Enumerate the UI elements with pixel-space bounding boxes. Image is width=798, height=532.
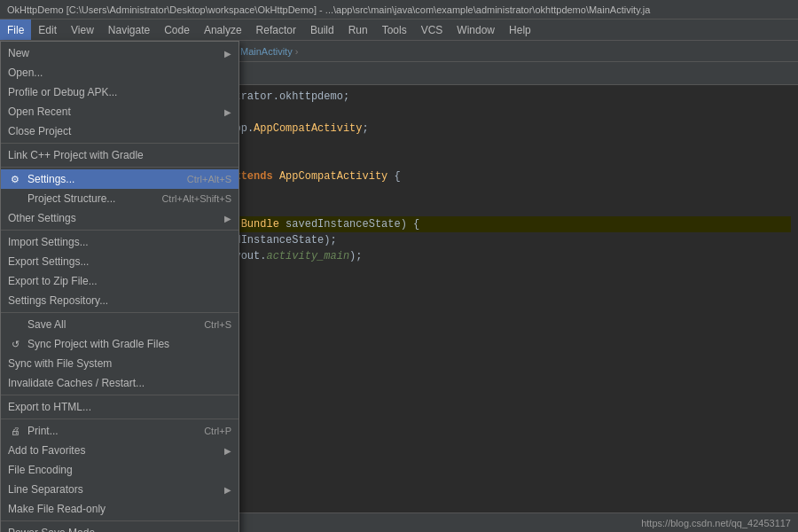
dd-add-favorites[interactable]: Add to Favorites ▶ xyxy=(1,441,239,460)
dd-sync-filesystem[interactable]: Sync with File System xyxy=(1,354,239,373)
project-structure-icon xyxy=(8,192,22,206)
menu-tools[interactable]: Tools xyxy=(375,20,414,40)
dd-sep-2 xyxy=(1,167,239,168)
dd-sep-3 xyxy=(1,230,239,231)
dd-make-readonly[interactable]: Make File Read-only xyxy=(1,499,239,519)
dd-print-label: Print... xyxy=(27,425,59,437)
dd-link-cpp-label: Link C++ Project with Gradle xyxy=(8,149,144,161)
dd-project-structure[interactable]: Project Structure... Ctrl+Alt+Shift+S xyxy=(1,189,239,208)
dd-export-html-label: Export to HTML... xyxy=(8,401,91,413)
dd-sync-gradle[interactable]: ↺ Sync Project with Gradle Files xyxy=(1,334,239,354)
dd-project-structure-shortcut: Ctrl+Alt+Shift+S xyxy=(161,193,231,204)
dd-invalidate-caches-label: Invalidate Caches / Restart... xyxy=(8,377,145,389)
dd-profile-apk[interactable]: Profile or Debug APK... xyxy=(1,82,239,102)
dd-add-favorites-label: Add to Favorites xyxy=(8,444,85,457)
dd-print[interactable]: 🖨 Print... Ctrl+P xyxy=(1,421,239,441)
status-text: https://blog.csdn.net/qq_42453117 xyxy=(641,518,791,528)
menu-window[interactable]: Window xyxy=(450,20,502,40)
dd-import-settings-label: Import Settings... xyxy=(8,236,89,248)
dd-close-project-label: Close Project xyxy=(8,125,71,137)
dd-print-shortcut: Ctrl+P xyxy=(204,426,231,436)
dd-open-recent-label: Open Recent xyxy=(8,106,71,118)
dd-sync-gradle-label: Sync Project with Gradle Files xyxy=(27,338,169,350)
dd-save-all-label: Save All xyxy=(27,318,66,331)
dd-line-separators-arrow: ▶ xyxy=(224,485,231,495)
dd-export-zip[interactable]: Export to Zip File... xyxy=(1,271,239,291)
dd-other-settings[interactable]: Other Settings ▶ xyxy=(1,208,239,228)
dd-export-zip-label: Export to Zip File... xyxy=(8,275,98,287)
dd-save-all[interactable]: Save All Ctrl+S xyxy=(1,315,239,334)
menu-code[interactable]: Code xyxy=(157,20,197,40)
dd-file-encoding-label: File Encoding xyxy=(8,464,73,476)
menu-vcs[interactable]: VCS xyxy=(414,20,450,40)
dd-other-settings-label: Other Settings xyxy=(8,212,76,224)
menu-edit[interactable]: Edit xyxy=(31,20,64,40)
dd-open-label: Open... xyxy=(8,66,43,79)
menu-bar: File Edit View Navigate Code Analyze Ref… xyxy=(0,20,798,41)
dd-settings[interactable]: ⚙ Settings... Ctrl+Alt+S xyxy=(1,169,239,189)
dd-settings-repo[interactable]: Settings Repository... xyxy=(1,291,239,310)
settings-icon: ⚙ xyxy=(8,172,22,186)
menu-run[interactable]: Run xyxy=(341,20,375,40)
dd-sep-4 xyxy=(1,312,239,313)
menu-analyze[interactable]: Analyze xyxy=(197,20,249,40)
menu-help[interactable]: Help xyxy=(502,20,538,40)
dropdown-menu: New ▶ Open... Profile or Debug APK... Op… xyxy=(0,41,239,532)
dd-open-recent-arrow: ▶ xyxy=(224,107,231,117)
dd-sep-6 xyxy=(1,419,239,419)
menu-file[interactable]: File xyxy=(0,20,31,40)
file-dropdown: New ▶ Open... Profile or Debug APK... Op… xyxy=(0,41,239,532)
menu-view[interactable]: View xyxy=(64,20,101,40)
menu-navigate[interactable]: Navigate xyxy=(101,20,157,40)
save-all-icon xyxy=(8,317,22,332)
dd-profile-apk-label: Profile or Debug APK... xyxy=(8,86,117,98)
dd-export-settings-label: Export Settings... xyxy=(8,255,89,268)
menu-build[interactable]: Build xyxy=(303,20,341,40)
dd-file-encoding[interactable]: File Encoding xyxy=(1,460,239,480)
dd-settings-shortcut: Ctrl+Alt+S xyxy=(187,174,231,184)
dd-sep-7 xyxy=(1,520,239,521)
dd-sep-5 xyxy=(1,395,239,395)
dd-other-settings-arrow: ▶ xyxy=(224,214,231,223)
breadcrumb-mainactivity: C MainActivity xyxy=(231,46,293,57)
dd-import-settings[interactable]: Import Settings... xyxy=(1,232,239,252)
dd-export-html[interactable]: Export to HTML... xyxy=(1,397,239,417)
dd-sync-filesystem-label: Sync with File System xyxy=(8,357,112,370)
dd-power-save-label: Power Save Mode xyxy=(8,527,95,532)
menu-refactor[interactable]: Refactor xyxy=(249,20,303,40)
title-text: OkHttpDemo [C:\Users\Administrator\Deskt… xyxy=(7,4,650,15)
sync-gradle-icon: ↺ xyxy=(8,337,22,351)
dd-open[interactable]: Open... xyxy=(1,63,239,82)
print-icon: 🖨 xyxy=(8,424,22,438)
dd-project-structure-label: Project Structure... xyxy=(27,192,115,205)
dd-open-recent[interactable]: Open Recent ▶ xyxy=(1,102,239,121)
dd-line-separators-label: Line Separators xyxy=(8,483,83,496)
dd-make-readonly-label: Make File Read-only xyxy=(8,503,106,515)
title-bar: OkHttpDemo [C:\Users\Administrator\Deskt… xyxy=(0,0,798,20)
dd-settings-repo-label: Settings Repository... xyxy=(8,294,108,307)
dd-settings-label: Settings... xyxy=(27,173,74,185)
dd-add-favorites-arrow: ▶ xyxy=(224,446,231,456)
dd-invalidate-caches[interactable]: Invalidate Caches / Restart... xyxy=(1,373,239,393)
dd-power-save[interactable]: Power Save Mode xyxy=(1,523,239,532)
dd-new-label: New xyxy=(8,47,29,59)
dd-close-project[interactable]: Close Project xyxy=(1,121,239,141)
dd-new[interactable]: New ▶ xyxy=(1,43,239,63)
dd-export-settings[interactable]: Export Settings... xyxy=(1,252,239,271)
dd-line-separators[interactable]: Line Separators ▶ xyxy=(1,480,239,499)
dd-new-arrow: ▶ xyxy=(224,49,231,59)
dd-sep-1 xyxy=(1,143,239,144)
dd-link-cpp[interactable]: Link C++ Project with Gradle xyxy=(1,145,239,165)
dd-save-all-shortcut: Ctrl+S xyxy=(204,319,231,330)
